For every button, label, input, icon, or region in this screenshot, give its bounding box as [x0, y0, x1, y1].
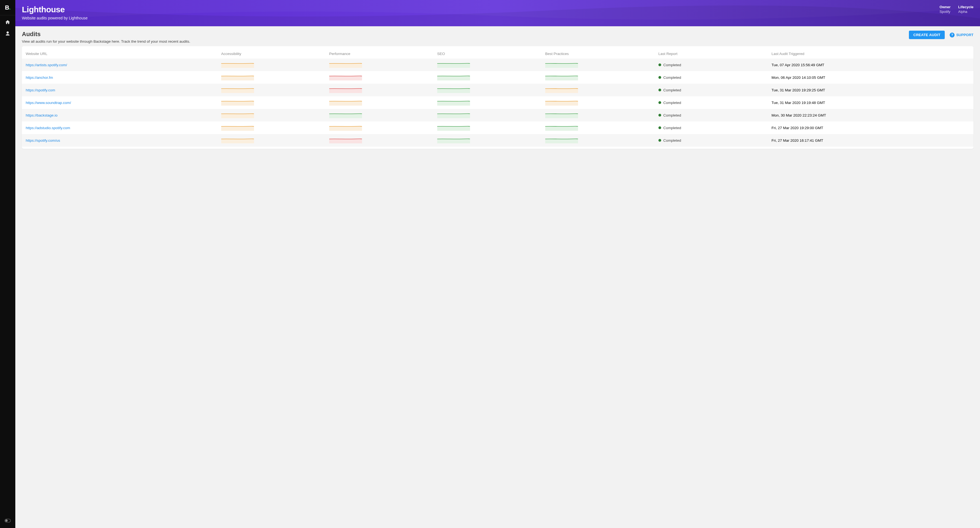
website-url-link[interactable]: https://artists.spotify.com/ [26, 63, 67, 67]
sparkline-green [545, 74, 578, 80]
logo-dot: . [9, 4, 10, 11]
nav-icons [5, 15, 11, 37]
home-icon[interactable] [5, 19, 11, 25]
section-title: Audits [22, 30, 190, 38]
last-triggered-cell: Tue, 31 Mar 2020 19:29:25 GMT [768, 84, 974, 96]
table-row: https://spotify.comCompletedTue, 31 Mar … [22, 84, 974, 96]
sparkline-green [545, 125, 578, 131]
status-dot-icon [659, 76, 661, 79]
sparkline-red [329, 87, 362, 93]
support-label: SUPPORT [956, 33, 974, 37]
status-dot-icon [659, 101, 661, 104]
sparkline-green [437, 74, 470, 80]
sparkline-green [329, 112, 362, 118]
col-last-triggered: Last Audit Triggered [768, 48, 974, 59]
audits-card: Website URL Accessibility Performance SE… [22, 46, 974, 149]
status-dot-icon [659, 114, 661, 116]
sparkline-red [329, 137, 362, 144]
table-row: https://adstudio.spotify.comCompletedFri… [22, 121, 974, 134]
content-header: Audits View all audits run for your webs… [22, 30, 974, 43]
last-report-status: Completed [659, 100, 764, 105]
svg-point-1 [5, 520, 8, 522]
website-url-link[interactable]: https://spotify.com/us [26, 139, 60, 142]
last-report-status: Completed [659, 126, 764, 130]
sparkline-orange [329, 100, 362, 105]
col-accessibility: Accessibility [217, 48, 325, 59]
create-audit-button[interactable]: CREATE AUDIT [909, 30, 945, 39]
last-triggered-cell: Tue, 31 Mar 2020 19:19:48 GMT [768, 96, 974, 109]
last-triggered-cell: Fri, 27 Mar 2020 19:29:00 GMT [768, 121, 974, 134]
sparkline-green [437, 112, 470, 118]
col-last-report: Last Report [655, 48, 768, 59]
col-seo: SEO [433, 48, 541, 59]
sparkline-orange [221, 125, 254, 131]
header-meta-label: Owner [940, 5, 950, 9]
sparkline-orange [545, 87, 578, 93]
sparkline-green [437, 125, 470, 131]
last-report-status: Completed [659, 63, 764, 67]
status-dot-icon [659, 126, 661, 129]
header-meta: OwnerSpotifyLifecycleAlpha [940, 5, 974, 14]
status-dot-icon [659, 139, 661, 142]
last-triggered-cell: Tue, 07 Apr 2020 15:56:49 GMT [768, 59, 974, 71]
support-link[interactable]: ? SUPPORT [950, 33, 974, 37]
sparkline-orange [221, 137, 254, 144]
sparkline-green [437, 87, 470, 93]
sparkline-orange [221, 74, 254, 80]
toggle-icon[interactable] [5, 518, 11, 524]
website-url-link[interactable]: https://backstage.io [26, 113, 57, 117]
sparkline-orange [329, 125, 362, 131]
website-url-link[interactable]: https://www.soundtrap.com/ [26, 100, 71, 105]
sparkline-green [437, 100, 470, 105]
status-text: Completed [663, 88, 681, 92]
last-triggered-cell: Mon, 30 Mar 2020 22:23:24 GMT [768, 109, 974, 121]
status-text: Completed [663, 75, 681, 80]
account-icon[interactable] [5, 30, 11, 37]
sparkline-red [329, 74, 362, 80]
sparkline-orange [221, 87, 254, 93]
website-url-link[interactable]: https://anchor.fm [26, 75, 53, 80]
sparkline-orange [545, 100, 578, 105]
col-best-practices: Best Practices [541, 48, 655, 59]
sidebar: B. [0, 0, 15, 528]
table-row: https://spotify.com/usCompletedFri, 27 M… [22, 134, 974, 147]
help-icon: ? [950, 33, 955, 37]
last-report-status: Completed [659, 113, 764, 117]
col-url: Website URL [22, 48, 217, 59]
last-triggered-cell: Mon, 06 Apr 2020 14:10:05 GMT [768, 71, 974, 84]
status-dot-icon [659, 89, 661, 91]
table-row: https://anchor.fmCompletedMon, 06 Apr 20… [22, 71, 974, 84]
sparkline-orange [221, 112, 254, 118]
header-meta-label: Lifecycle [958, 5, 974, 9]
last-report-status: Completed [659, 88, 764, 92]
last-triggered-cell: Fri, 27 Mar 2020 16:17:41 GMT [768, 134, 974, 147]
status-text: Completed [663, 100, 681, 105]
status-text: Completed [663, 139, 681, 142]
main: Lighthouse Website audits powered by Lig… [15, 0, 980, 528]
table-row: https://artists.spotify.com/CompletedTue… [22, 59, 974, 71]
status-dot-icon [659, 64, 661, 66]
table-row: https://www.soundtrap.com/CompletedTue, … [22, 96, 974, 109]
logo-text: B [5, 4, 9, 11]
page-header: Lighthouse Website audits powered by Lig… [15, 0, 980, 26]
sparkline-orange [221, 100, 254, 105]
section-actions: CREATE AUDIT ? SUPPORT [909, 30, 974, 39]
sparkline-green [545, 112, 578, 118]
sparkline-green [437, 62, 470, 68]
app-logo[interactable]: B. [0, 0, 15, 15]
header-meta-item: OwnerSpotify [940, 5, 950, 14]
status-text: Completed [663, 63, 681, 67]
sparkline-orange [329, 62, 362, 68]
website-url-link[interactable]: https://adstudio.spotify.com [26, 126, 70, 130]
page-title: Lighthouse [22, 5, 88, 14]
sparkline-green [545, 62, 578, 68]
sparkline-green [545, 137, 578, 144]
header-meta-value: Alpha [958, 10, 974, 14]
table-row: https://backstage.ioCompletedMon, 30 Mar… [22, 109, 974, 121]
col-performance: Performance [325, 48, 433, 59]
last-report-status: Completed [659, 139, 764, 142]
website-url-link[interactable]: https://spotify.com [26, 88, 55, 92]
last-report-status: Completed [659, 75, 764, 80]
header-meta-item: LifecycleAlpha [958, 5, 974, 14]
status-text: Completed [663, 126, 681, 130]
